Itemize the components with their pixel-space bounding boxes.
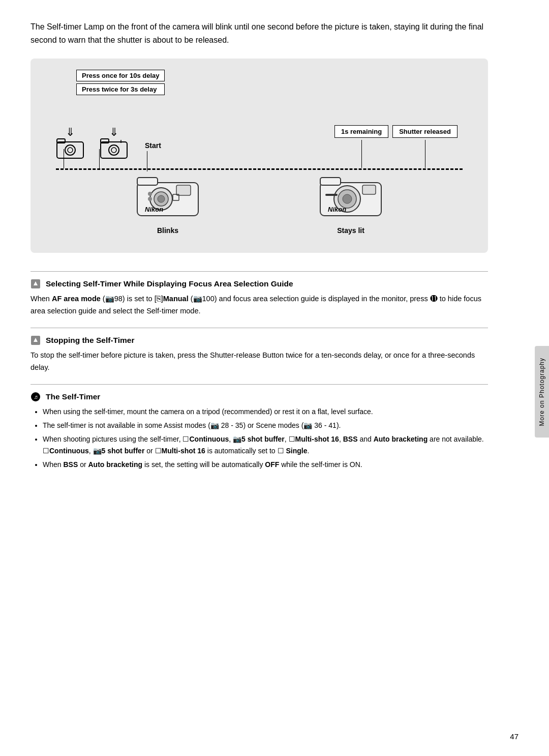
svg-rect-14 bbox=[176, 185, 191, 195]
svg-rect-20 bbox=[320, 178, 341, 185]
section1-body: When AF area mode (📷98) is set to [⎘]Man… bbox=[30, 293, 488, 317]
svg-point-6 bbox=[109, 145, 119, 155]
section3-title: ♬ The Self-Timer bbox=[30, 392, 488, 402]
self-timer-diagram: Press once for 10s delay Press twice for… bbox=[30, 59, 488, 253]
svg-rect-4 bbox=[101, 142, 127, 158]
svg-text:Nikon: Nikon bbox=[328, 206, 346, 213]
bullet-3: When shooting pictures using the self-ti… bbox=[43, 433, 488, 457]
press-arrow-1: ⇓ bbox=[66, 127, 75, 138]
section-stopping-self-timer: Stopping the Self-Timer To stop the self… bbox=[30, 328, 488, 374]
timeline-area: ⇓ ⇓ bbox=[46, 127, 473, 239]
svg-point-13 bbox=[158, 195, 165, 202]
svg-point-7 bbox=[111, 148, 116, 153]
timeline-line bbox=[56, 168, 463, 170]
press-once-label: Press once for 10s delay bbox=[76, 70, 165, 81]
camera-icon-1 bbox=[56, 138, 84, 160]
section3-bullets: When using the self-timer, mount the cam… bbox=[30, 406, 488, 471]
svg-text:Nikon: Nikon bbox=[145, 206, 163, 213]
svg-point-2 bbox=[65, 145, 75, 155]
svg-point-15 bbox=[148, 192, 152, 196]
svg-point-3 bbox=[68, 148, 73, 153]
nikon-camera-stays-lit: Nikon bbox=[318, 175, 384, 223]
camera-icon-2 bbox=[100, 138, 128, 160]
blinks-camera: Nikon Blinks bbox=[135, 175, 201, 235]
stays-lit-label: Stays lit bbox=[337, 226, 364, 235]
section1-title: Selecting Self-Timer While Displaying Fo… bbox=[30, 279, 488, 289]
status-boxes: 1s remaining Shutter released bbox=[334, 127, 458, 135]
svg-point-16 bbox=[148, 197, 152, 201]
pencil-icon-2 bbox=[30, 335, 41, 345]
1s-remaining-box: 1s remaining bbox=[334, 125, 388, 138]
bottom-cameras-row: Nikon Blinks bbox=[46, 175, 473, 235]
start-label: Start bbox=[145, 141, 161, 150]
page-number: 47 bbox=[510, 732, 518, 741]
svg-point-23 bbox=[343, 194, 352, 203]
nikon-camera-blinks: Nikon bbox=[135, 175, 201, 223]
note-icon: ♬ bbox=[30, 392, 41, 402]
svg-text:♬: ♬ bbox=[34, 394, 38, 400]
svg-rect-0 bbox=[57, 142, 83, 158]
press-labels: Press once for 10s delay Press twice for… bbox=[76, 70, 165, 95]
bullet-1: When using the self-timer, mount the cam… bbox=[43, 406, 488, 418]
svg-rect-25 bbox=[325, 194, 338, 196]
svg-rect-10 bbox=[137, 178, 158, 185]
side-tab: More on Photography bbox=[535, 346, 549, 438]
press-arrow-2: ⇓ bbox=[109, 127, 118, 138]
side-tab-text: More on Photography bbox=[538, 358, 545, 426]
section-selecting-self-timer: Selecting Self-Timer While Displaying Fo… bbox=[30, 271, 488, 317]
svg-rect-24 bbox=[362, 185, 376, 194]
press-twice-label: Press twice for 3s delay bbox=[76, 83, 165, 95]
bullet-4: When BSS or Auto bracketing is set, the … bbox=[43, 459, 488, 471]
section2-body: To stop the self-timer before picture is… bbox=[30, 350, 488, 374]
pencil-icon-1 bbox=[30, 279, 41, 289]
section2-title: Stopping the Self-Timer bbox=[30, 335, 488, 345]
intro-paragraph: The Self-timer Lamp on the front of the … bbox=[30, 20, 488, 46]
shutter-released-box: Shutter released bbox=[392, 125, 458, 138]
stays-lit-camera: Nikon Stays lit bbox=[318, 175, 384, 235]
bullet-2: The self-timer is not available in some … bbox=[43, 420, 488, 431]
blinks-label: Blinks bbox=[157, 226, 178, 235]
section-self-timer-note: ♬ The Self-Timer When using the self-tim… bbox=[30, 384, 488, 471]
